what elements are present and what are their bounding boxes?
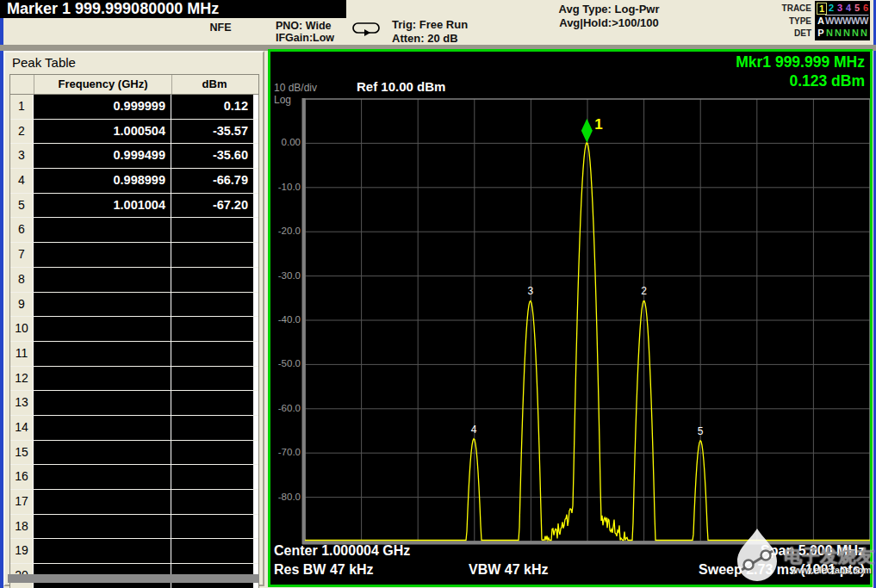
span-label[interactable]: Span 5.000 MHz [761, 543, 865, 559]
trace-3-num[interactable]: 3 [836, 2, 844, 15]
row-frequency: 0.999999 [34, 95, 171, 119]
row-number: 13 [10, 391, 34, 415]
row-number: 2 [10, 120, 34, 144]
row-dbm [171, 293, 253, 317]
grid-lines [305, 99, 870, 542]
vbw-label[interactable]: VBW 47 kHz [469, 562, 548, 578]
table-row[interactable]: 51.001004-67.20 [10, 194, 258, 219]
table-row[interactable]: 15 [10, 441, 258, 466]
col-header-dbm: dBm [172, 75, 257, 94]
trace-5-num[interactable]: 5 [853, 2, 861, 15]
table-row[interactable]: 40.998999-66.79 [10, 169, 258, 194]
row-frequency: 1.000504 [34, 120, 171, 144]
amplitude-tick-label: -60.0 [270, 403, 301, 415]
row-number: 17 [10, 490, 34, 514]
row-frequency [34, 268, 171, 292]
row-dbm: -35.60 [171, 144, 253, 168]
marker-1-label: 1 [594, 116, 602, 133]
table-row[interactable]: 11 [10, 342, 258, 367]
table-row[interactable]: 8 [10, 268, 258, 293]
amplitude-tick-label: -70.0 [270, 447, 301, 459]
row-dbm [171, 243, 253, 267]
table-row[interactable]: 9 [10, 293, 258, 318]
trace-row-label: TRACE [756, 3, 811, 15]
table-row[interactable]: 10.9999990.12 [10, 95, 258, 120]
peak-label: 5 [698, 425, 704, 437]
table-row[interactable]: 12 [10, 367, 258, 392]
table-row[interactable]: 18 [10, 515, 258, 540]
row-dbm [171, 441, 253, 465]
nfe-annunciator: NFE [198, 22, 243, 34]
row-dbm [171, 367, 253, 391]
row-frequency: 0.998999 [34, 169, 171, 193]
row-number: 12 [10, 367, 34, 391]
trace-1-det: P [817, 27, 825, 40]
row-frequency [34, 342, 171, 366]
amplitude-tick-label: -80.0 [270, 492, 301, 504]
row-dbm: -66.79 [171, 169, 253, 193]
spectrum-display: Mkr1 999.999 MHz 0.123 dBm 10 dB/div Log… [268, 49, 873, 587]
row-number: 9 [10, 293, 34, 317]
average-annunciator[interactable]: Avg Type: Log-Pwr Avg|Hold:>100/100 [532, 3, 686, 30]
table-row[interactable]: 13 [10, 391, 258, 416]
row-number: 19 [10, 539, 34, 563]
amplitude-tick-label: -40.0 [270, 314, 301, 326]
table-row[interactable]: 7 [10, 243, 258, 268]
table-row[interactable]: 21.000504-35.57 [10, 120, 258, 145]
res-bw-label[interactable]: Res BW 47 kHz [274, 562, 374, 578]
sweep-time-label[interactable]: Sweep 2.73 ms (1001 pts) [699, 562, 865, 578]
row-dbm: 0.12 [171, 95, 253, 119]
table-row[interactable]: 10 [10, 317, 258, 342]
row-dbm: -35.57 [171, 120, 253, 144]
continuous-sweep-icon[interactable] [351, 22, 382, 40]
peak-table-body: 10.9999990.1221.000504-35.5730.999499-35… [10, 95, 258, 588]
center-freq-label[interactable]: Center 1.000004 GHz [274, 543, 410, 559]
trigger-annunciator[interactable]: Trig: Free Run Atten: 20 dB [392, 18, 468, 46]
row-number: 16 [10, 465, 34, 489]
col-header-index [10, 75, 34, 94]
row-frequency [34, 293, 171, 317]
peak-table-title: Peak Table [12, 55, 76, 70]
table-row[interactable]: 30.999499-35.60 [10, 144, 258, 169]
amplitude-tick-label: -50.0 [270, 358, 301, 370]
table-row[interactable]: 19 [10, 539, 258, 564]
row-number: 4 [10, 169, 34, 193]
amplitude-tick-label: -30.0 [270, 270, 301, 282]
trace-1-num[interactable]: 1 [817, 3, 827, 15]
trace-6-type: W [860, 15, 868, 28]
trace-3-type: W [834, 15, 842, 28]
row-number: 7 [10, 243, 34, 267]
peak-label: 4 [471, 424, 477, 436]
row-number: 10 [10, 317, 34, 341]
trig-value: Trig: Free Run [392, 18, 468, 32]
atten-value: Atten: 20 dB [392, 32, 468, 46]
table-row[interactable]: 14 [10, 416, 258, 441]
row-dbm [171, 317, 253, 341]
peak-label: 2 [641, 285, 647, 297]
row-frequency [34, 441, 171, 465]
type-row-label: TYPE [756, 15, 811, 28]
row-frequency [34, 391, 171, 415]
table-row[interactable]: 17 [10, 490, 258, 515]
pno-annunciator[interactable]: PNO: Wide IFGain:Low [276, 20, 334, 44]
active-function-readout: Marker 1 999.999080000 MHz [0, 0, 346, 18]
table-row[interactable]: 6 [10, 218, 258, 243]
trace-4-type: W [842, 15, 851, 28]
trace-legend-labels: TRACE TYPE DET [756, 3, 811, 40]
trace-2-det: N [825, 27, 834, 40]
legend-det-row: PNNNNN [817, 27, 870, 40]
col-header-frequency: Frequency (GHz) [34, 75, 172, 94]
table-row[interactable]: 16 [10, 465, 258, 490]
trace-legend[interactable]: 123456AWWWWWPNNNNN [815, 1, 870, 40]
peak-table-header: Frequency (GHz) dBm [10, 75, 258, 95]
amplitude-tick-label: -10.0 [270, 182, 301, 194]
row-dbm [171, 391, 253, 415]
row-number: 3 [10, 144, 34, 168]
trace-2-num[interactable]: 2 [827, 2, 836, 15]
trace-4-det: N [842, 27, 851, 40]
trace-4-num[interactable]: 4 [844, 2, 853, 15]
row-dbm [171, 515, 253, 539]
row-frequency [34, 539, 171, 563]
marker-1-diamond[interactable] [581, 119, 593, 143]
trace-6-num[interactable]: 6 [861, 2, 870, 15]
